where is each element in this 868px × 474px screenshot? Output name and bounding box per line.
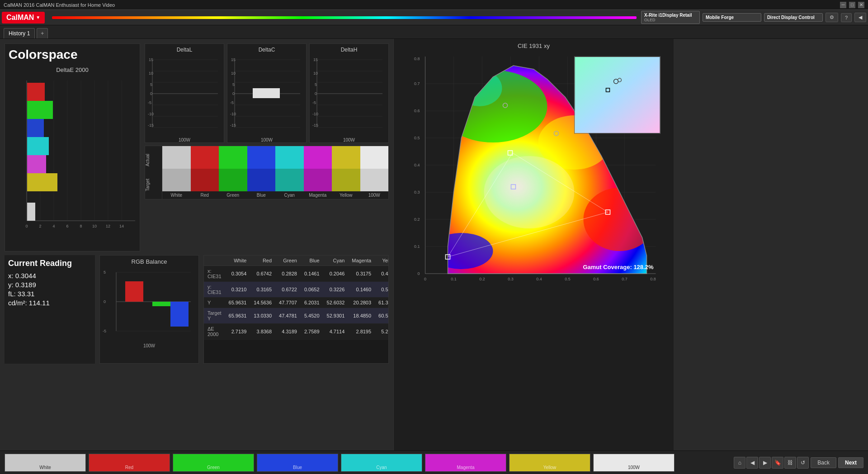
swatch-red-label: Red	[191, 191, 219, 199]
deltaL-chart: DeltaL 15 10 5 0 -5 -10 -15	[145, 43, 224, 143]
current-fl-reading: fL: 33.31	[8, 290, 91, 298]
col-header-blue: Blue	[301, 256, 323, 266]
nav-cyan-label: Cyan	[376, 465, 387, 470]
svg-text:-10: -10	[312, 112, 318, 116]
nav-link-button[interactable]: ⛓	[784, 457, 796, 469]
nav-yellow[interactable]: Yellow	[509, 454, 590, 472]
col-header-green: Green	[275, 256, 301, 266]
nav-cyan[interactable]: Cyan	[341, 454, 422, 472]
swatch-green-actual	[219, 146, 247, 169]
cdm2-value: 114.11	[29, 299, 50, 307]
back-panel-button[interactable]: ◀	[854, 13, 866, 22]
minimize-button[interactable]: ─	[840, 2, 846, 8]
nav-green-label: Green	[207, 465, 220, 470]
svg-rect-22	[27, 101, 53, 119]
swatch-red-actual	[191, 146, 219, 169]
table-cell: 6.2031	[301, 298, 323, 308]
swatch-red: Red	[191, 146, 219, 199]
nav-green[interactable]: Green	[173, 454, 254, 472]
device3-dropdown[interactable]: Direct Display Control	[764, 13, 823, 22]
swatches-grid: White Red Green	[162, 146, 388, 199]
swatch-magenta-label: Magenta	[304, 191, 332, 199]
help-button[interactable]: ?	[841, 13, 852, 22]
device1-label: X-Rite i1Display Retail	[644, 13, 697, 18]
swatch-magenta-actual	[304, 146, 332, 169]
svg-text:-5: -5	[103, 329, 106, 333]
svg-text:8: 8	[80, 224, 82, 228]
swatch-white-target	[162, 169, 191, 191]
table-cell: 2.7589	[301, 324, 323, 340]
nav-home-button[interactable]: ⌂	[734, 457, 745, 469]
back-button[interactable]: Back	[811, 457, 836, 468]
deltaC-svg: 15 10 5 0 -5 -10 -15	[230, 53, 303, 134]
table-cell: 20.2803	[348, 298, 375, 308]
device3-label: Direct Display Control	[767, 15, 820, 20]
table-cell: 0.4370	[375, 266, 389, 282]
titlebar-controls: ─ □ ✕	[840, 2, 864, 8]
swatch-white-label: White	[162, 191, 191, 199]
colorspace-title: Colorspace	[9, 47, 136, 62]
svg-rect-78	[152, 302, 170, 306]
table-cell: 0.1460	[348, 282, 375, 298]
current-cdm2-reading: cd/m²: 114.11	[8, 299, 91, 307]
cie-chart-area: 0 0.1 0.2 0.3 0.4 0.5 0.6 0.7 0.8 0 0.1 …	[397, 52, 670, 292]
swatch-cyan: Cyan	[275, 146, 304, 199]
table-cell: 2.7139	[225, 324, 250, 340]
device2-dropdown[interactable]: Mobile Forge	[703, 13, 761, 22]
table-cell: 0.3210	[225, 282, 250, 298]
nav-refresh-button[interactable]: ↺	[797, 457, 809, 469]
maximize-button[interactable]: □	[849, 2, 855, 8]
nav-next-icon-button[interactable]: ▶	[759, 457, 771, 469]
nav-bookmark-button[interactable]: 🔖	[772, 457, 783, 469]
next-button[interactable]: Next	[838, 457, 863, 468]
deltaL-svg: 15 10 5 0 -5 -10 -15	[148, 53, 221, 134]
nav-100w[interactable]: 100W	[593, 454, 675, 472]
deltaE-bar-chart: 0 2 4 6 8 10 12 14	[9, 76, 135, 239]
calman-logo[interactable]: CalMAN ▼	[2, 12, 45, 24]
svg-text:5: 5	[150, 82, 152, 87]
swatch-cyan-actual	[275, 146, 304, 169]
table-cell: 5.4520	[301, 308, 323, 324]
nav-yellow-label: Yellow	[543, 465, 557, 470]
nav-magenta[interactable]: Magenta	[425, 454, 506, 472]
table-row: y: CIE310.32100.31650.67220.06520.32260.…	[204, 282, 389, 298]
current-reading-panel: Current Reading x: 0.3044 y: 0.3189 fL: …	[5, 255, 95, 364]
current-x-reading: x: 0.3044	[8, 272, 91, 280]
svg-text:0: 0	[232, 91, 235, 96]
col-header-yellow: Yellow	[375, 256, 389, 266]
nav-white[interactable]: White	[5, 454, 86, 472]
gear-button[interactable]: ⚙	[826, 13, 838, 22]
table-row-label: y: CIE31	[204, 282, 225, 298]
svg-text:5: 5	[315, 82, 317, 87]
close-button[interactable]: ✕	[858, 2, 864, 8]
col-header-red: Red	[250, 256, 275, 266]
swatch-100w-actual	[360, 146, 389, 169]
svg-text:0.5: 0.5	[565, 277, 571, 281]
svg-text:-5: -5	[148, 100, 151, 105]
deltaC-axis-label: 100W	[230, 137, 303, 142]
nav-blue[interactable]: Blue	[257, 454, 338, 472]
svg-text:0: 0	[150, 91, 152, 96]
svg-text:-5: -5	[312, 100, 316, 105]
nav-red[interactable]: Red	[89, 454, 170, 472]
swatch-yellow-label: Yellow	[332, 191, 360, 199]
svg-text:0.3: 0.3	[508, 277, 514, 281]
svg-rect-54	[253, 88, 280, 98]
device1-dropdown[interactable]: X-Rite i1Display Retail OLED	[641, 11, 700, 24]
nav-white-label: White	[39, 465, 51, 470]
svg-text:0.3: 0.3	[414, 190, 420, 194]
swatch-cyan-target	[275, 169, 304, 191]
table-row: Y65.963114.563647.77076.203152.603220.28…	[204, 298, 389, 308]
svg-text:0.2: 0.2	[414, 217, 420, 222]
nav-prev-button[interactable]: ◀	[746, 457, 758, 469]
swatch-100w: 100W	[360, 146, 389, 199]
rgb-balance-panel: RGB Balance 5 0 -5 100W	[99, 255, 199, 364]
table-cell: 47.4781	[275, 308, 301, 324]
swatch-blue: Blue	[247, 146, 276, 199]
svg-rect-23	[27, 83, 45, 101]
history-tab[interactable]: History 1	[4, 28, 35, 38]
swatch-magenta: Magenta	[304, 146, 332, 199]
svg-text:0.4: 0.4	[414, 163, 420, 167]
main-content: Colorspace DeltaE 2000 0 2 4 6 8 10 12 1…	[0, 39, 868, 474]
add-tab-button[interactable]: +	[37, 28, 48, 38]
